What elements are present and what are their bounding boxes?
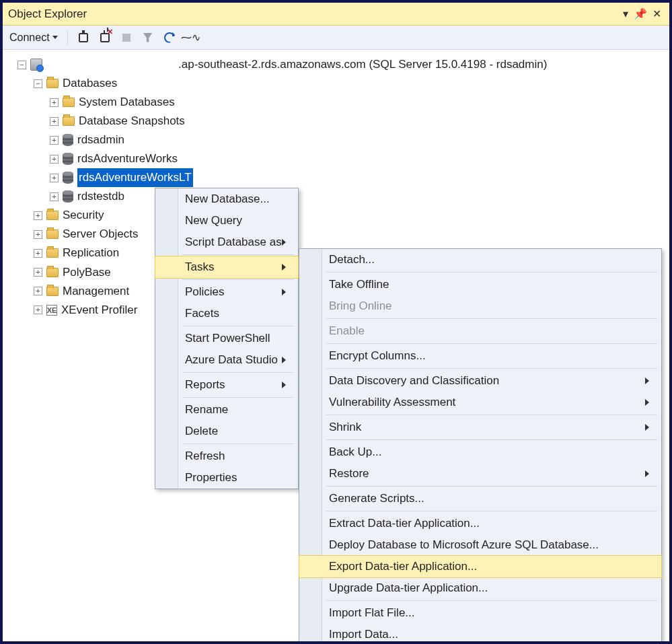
menu-reports[interactable]: Reports bbox=[155, 374, 298, 396]
menu-facets[interactable]: Facets bbox=[155, 303, 298, 324]
security-node[interactable]: + Security bbox=[5, 206, 667, 225]
menu-upgrade-data-tier[interactable]: Upgrade Data-tier Application... bbox=[299, 577, 661, 599]
system-databases-node[interactable]: + System Databases bbox=[5, 93, 667, 112]
expand-toggle-icon[interactable]: + bbox=[50, 117, 59, 126]
expand-toggle-icon[interactable]: + bbox=[34, 230, 42, 239]
menu-take-offline[interactable]: Take Offline bbox=[299, 274, 661, 295]
menu-delete[interactable]: Delete bbox=[155, 421, 298, 442]
databases-node[interactable]: − Databases bbox=[5, 74, 667, 93]
menu-encrypt-columns[interactable]: Encrypt Columns... bbox=[299, 345, 661, 367]
server-node[interactable]: − .ap-southeast-2.rds.amazonaws.com (SQL… bbox=[5, 55, 667, 74]
menu-separator bbox=[326, 415, 657, 415]
menu-shrink[interactable]: Shrink bbox=[299, 417, 661, 438]
expand-toggle-icon[interactable]: + bbox=[50, 98, 59, 107]
menu-start-powershell[interactable]: Start PowerShell bbox=[155, 328, 298, 349]
expand-toggle-icon[interactable]: + bbox=[34, 287, 42, 295]
expand-toggle-icon[interactable]: + bbox=[50, 155, 59, 164]
disconnect-icon[interactable] bbox=[99, 32, 111, 44]
node-label: PolyBase bbox=[63, 263, 111, 282]
submenu-arrow-icon bbox=[282, 357, 286, 363]
menu-separator bbox=[182, 279, 294, 280]
submenu-arrow-icon bbox=[282, 264, 286, 271]
menu-data-discovery[interactable]: Data Discovery and Classification bbox=[299, 370, 661, 392]
server-icon bbox=[30, 59, 42, 71]
folder-icon bbox=[46, 79, 59, 88]
menu-vulnerability-assessment[interactable]: Vulnerability Assessment bbox=[299, 392, 661, 413]
menu-deploy-azure[interactable]: Deploy Database to Microsoft Azure SQL D… bbox=[299, 534, 661, 556]
collapse-toggle-icon[interactable]: − bbox=[17, 61, 26, 69]
stop-icon[interactable] bbox=[120, 32, 133, 44]
database-context-menu: New Database... New Query Script Databas… bbox=[155, 188, 299, 489]
collapse-toggle-icon[interactable]: − bbox=[34, 79, 42, 88]
menu-export-data-tier[interactable]: Export Data-tier Application... bbox=[299, 556, 661, 577]
menu-separator bbox=[326, 343, 657, 344]
menu-rename[interactable]: Rename bbox=[155, 399, 298, 421]
node-label: Security bbox=[63, 206, 104, 225]
menu-azure-data-studio[interactable]: Azure Data Studio bbox=[155, 349, 298, 371]
folder-icon bbox=[63, 98, 75, 107]
databases-label: Databases bbox=[63, 74, 117, 93]
menu-back-up[interactable]: Back Up... bbox=[299, 441, 661, 463]
menu-separator bbox=[182, 372, 294, 373]
database-snapshots-node[interactable]: + Database Snapshots bbox=[5, 112, 667, 131]
menu-import-flat-file[interactable]: Import Flat File... bbox=[299, 602, 661, 624]
menu-new-database[interactable]: New Database... bbox=[155, 188, 298, 210]
submenu-arrow-icon bbox=[282, 239, 286, 246]
pin-icon[interactable]: 📌 bbox=[634, 9, 647, 20]
submenu-arrow-icon bbox=[645, 399, 649, 406]
menu-refresh[interactable]: Refresh bbox=[155, 445, 298, 467]
menu-import-data[interactable]: Import Data... bbox=[299, 624, 661, 644]
menu-separator bbox=[326, 600, 657, 601]
db-rdsadmin-node[interactable]: + rdsadmin bbox=[5, 131, 667, 149]
db-rdsadventureworkslt-node[interactable]: + rdsAdventureWorksLT bbox=[5, 168, 667, 187]
filter-icon[interactable] bbox=[142, 32, 154, 44]
menu-restore[interactable]: Restore bbox=[299, 463, 661, 485]
menu-properties[interactable]: Properties bbox=[155, 467, 298, 489]
menu-separator bbox=[326, 486, 657, 487]
expand-toggle-icon[interactable]: + bbox=[34, 268, 42, 277]
folder-icon bbox=[63, 116, 75, 126]
menu-separator bbox=[182, 326, 294, 326]
db-rdstestdb-node[interactable]: + rdstestdb bbox=[5, 187, 667, 206]
menu-policies[interactable]: Policies bbox=[155, 281, 298, 303]
activity-monitor-icon[interactable]: ⁓∿ bbox=[185, 32, 197, 44]
submenu-arrow-icon bbox=[282, 289, 286, 295]
connect-object-icon[interactable] bbox=[77, 32, 89, 44]
expand-toggle-icon[interactable]: + bbox=[34, 211, 42, 220]
connect-label: Connect bbox=[9, 32, 50, 44]
dropdown-caret-icon bbox=[52, 36, 58, 39]
window-menu-icon[interactable]: ▾ bbox=[623, 9, 628, 20]
menu-detach[interactable]: Detach... bbox=[299, 249, 661, 271]
refresh-icon[interactable] bbox=[163, 32, 176, 44]
expand-toggle-icon[interactable]: + bbox=[34, 249, 42, 258]
submenu-arrow-icon bbox=[645, 470, 649, 477]
node-label: rdstestdb bbox=[77, 187, 124, 206]
menu-new-query[interactable]: New Query bbox=[155, 210, 298, 231]
server-objects-node[interactable]: + Server Objects bbox=[5, 225, 667, 244]
node-label: rdsAdventureWorks bbox=[77, 149, 178, 168]
connect-button[interactable]: Connect bbox=[9, 32, 58, 44]
menu-tasks[interactable]: Tasks bbox=[155, 256, 298, 278]
node-label: XEvent Profiler bbox=[61, 301, 137, 320]
menu-separator bbox=[326, 368, 657, 369]
expand-toggle-icon[interactable]: + bbox=[50, 174, 59, 182]
menu-separator bbox=[182, 254, 294, 255]
folder-icon bbox=[46, 268, 59, 277]
submenu-arrow-icon bbox=[282, 382, 286, 388]
node-label: rdsadmin bbox=[77, 131, 124, 149]
menu-extract-data-tier[interactable]: Extract Data-tier Application... bbox=[299, 513, 661, 534]
object-explorer-toolbar: Connect ⁓∿ bbox=[3, 26, 669, 50]
expand-toggle-icon[interactable]: + bbox=[50, 136, 59, 145]
menu-separator bbox=[326, 272, 657, 273]
database-icon bbox=[63, 190, 73, 203]
menu-script-database-as[interactable]: Script Database as bbox=[155, 231, 298, 253]
close-icon[interactable]: ✕ bbox=[652, 9, 661, 20]
node-label: Replication bbox=[63, 244, 119, 262]
expand-toggle-icon[interactable]: + bbox=[34, 306, 42, 314]
tasks-submenu: Detach... Take Offline Bring Online Enab… bbox=[299, 248, 662, 644]
xevent-icon: XE bbox=[46, 305, 57, 316]
db-rdsadventureworks-node[interactable]: + rdsAdventureWorks bbox=[5, 149, 667, 168]
menu-generate-scripts[interactable]: Generate Scripts... bbox=[299, 488, 661, 509]
expand-toggle-icon[interactable]: + bbox=[50, 192, 59, 201]
server-label: .ap-southeast-2.rds.amazonaws.com (SQL S… bbox=[178, 55, 547, 74]
